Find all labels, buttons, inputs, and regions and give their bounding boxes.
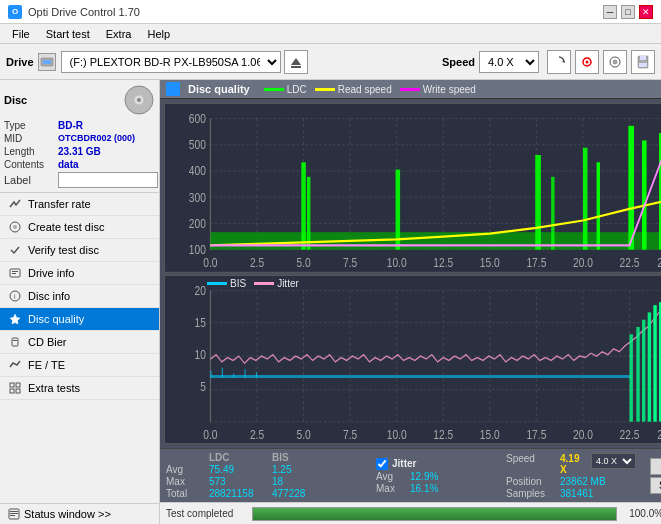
disc-title: Disc — [4, 94, 27, 106]
svg-text:300: 300 — [189, 189, 206, 203]
drive-label: Drive — [6, 56, 34, 68]
svg-text:10: 10 — [195, 346, 207, 360]
extra-tests-icon — [8, 381, 22, 395]
svg-text:12.5: 12.5 — [433, 426, 453, 440]
eject-button[interactable] — [284, 50, 308, 74]
legend-jitter-color — [254, 282, 274, 285]
disc-header: Disc — [4, 84, 155, 116]
svg-text:5: 5 — [200, 378, 206, 392]
svg-text:20.0: 20.0 — [573, 426, 593, 440]
svg-text:20: 20 — [195, 282, 207, 296]
legend-bis-color — [207, 282, 227, 285]
svg-text:400: 400 — [189, 163, 206, 177]
drive-icon — [38, 53, 56, 71]
close-button[interactable]: ✕ — [639, 5, 653, 19]
svg-rect-127 — [210, 370, 211, 377]
svg-rect-10 — [640, 56, 646, 60]
status-window-button[interactable]: Status window >> — [0, 503, 159, 524]
svg-rect-133 — [636, 326, 639, 421]
start-part-button[interactable]: Start part — [650, 477, 661, 494]
progress-fill — [253, 508, 616, 520]
menu-extra[interactable]: Extra — [98, 26, 140, 42]
menu-help[interactable]: Help — [139, 26, 178, 42]
chart-header: Disc quality LDC Read speed Write speed — [160, 80, 661, 99]
svg-rect-25 — [10, 383, 14, 387]
jitter-max-row: Max 16.1% — [376, 483, 496, 494]
legend-write-speed-color — [400, 88, 420, 91]
sidebar-item-extra-tests[interactable]: Extra tests — [0, 377, 159, 400]
sidebar-item-transfer-rate[interactable]: Transfer rate — [0, 193, 159, 216]
sidebar-item-create-test-disc[interactable]: Create test disc — [0, 216, 159, 239]
svg-text:15.0: 15.0 — [480, 426, 500, 440]
speed-label: Speed — [442, 56, 475, 68]
svg-rect-77 — [210, 232, 661, 249]
save-button[interactable] — [631, 50, 655, 74]
svg-text:25.0 GB: 25.0 GB — [657, 255, 661, 269]
svg-rect-28 — [16, 389, 20, 393]
sidebar-item-cd-bier[interactable]: CD Bier — [0, 331, 159, 354]
titlebar-controls[interactable]: ─ □ ✕ — [603, 5, 653, 19]
maximize-button[interactable]: □ — [621, 5, 635, 19]
sidebar-item-verify-test-disc[interactable]: Verify test disc — [0, 239, 159, 262]
disc-type-row: Type BD-R — [4, 120, 155, 131]
svg-rect-18 — [12, 271, 18, 272]
content-area: Disc quality LDC Read speed Write speed — [160, 80, 661, 524]
legend-read-speed-color — [315, 88, 335, 91]
svg-text:500: 500 — [189, 137, 206, 151]
media-button[interactable] — [603, 50, 627, 74]
menubar: File Start test Extra Help — [0, 24, 661, 44]
svg-marker-22 — [10, 314, 20, 324]
svg-rect-86 — [642, 140, 647, 249]
jitter-checkbox[interactable] — [376, 458, 388, 470]
create-test-disc-icon — [8, 220, 22, 234]
svg-rect-132 — [630, 334, 633, 421]
bottom-chart-legend: BIS Jitter — [207, 278, 299, 289]
settings-button[interactable] — [575, 50, 599, 74]
nav-items: Transfer rate Create test disc Verify te… — [0, 193, 159, 503]
svg-text:7.5: 7.5 — [343, 426, 358, 440]
progress-percent: 100.0% — [623, 508, 661, 519]
verify-test-disc-icon — [8, 243, 22, 257]
svg-text:25.0 GB: 25.0 GB — [657, 426, 661, 440]
svg-text:2.5: 2.5 — [250, 255, 265, 269]
cd-bier-icon — [8, 335, 22, 349]
drive-dropdown[interactable]: (F:) PLEXTOR BD-R PX-LB950SA 1.06 — [61, 51, 281, 73]
sidebar-item-drive-info[interactable]: Drive info — [0, 262, 159, 285]
stats-max-row: Max 573 18 — [166, 476, 366, 487]
svg-rect-131 — [256, 372, 257, 378]
svg-rect-19 — [12, 273, 16, 274]
svg-marker-2 — [291, 58, 301, 65]
menu-file[interactable]: File — [4, 26, 38, 42]
speed-inline-select[interactable]: 4.0 X — [591, 453, 636, 469]
svg-text:5.0: 5.0 — [296, 426, 311, 440]
titlebar-left: O Opti Drive Control 1.70 — [8, 5, 140, 19]
svg-point-16 — [13, 225, 17, 229]
sidebar-item-fe-te[interactable]: FE / TE — [0, 354, 159, 377]
svg-rect-23 — [12, 338, 18, 346]
svg-point-14 — [137, 98, 141, 102]
status-text: Test completed — [166, 508, 246, 519]
svg-rect-32 — [10, 515, 15, 516]
sidebar: Disc Type BD-R MID OTCBDR002 (000) Leng — [0, 80, 160, 524]
start-full-button[interactable]: Start full — [650, 458, 661, 475]
svg-text:i: i — [14, 293, 16, 300]
disc-label-row: Label ✏ — [4, 172, 155, 188]
sidebar-item-disc-quality[interactable]: Disc quality — [0, 308, 159, 331]
minimize-button[interactable]: ─ — [603, 5, 617, 19]
svg-text:20.0: 20.0 — [573, 255, 593, 269]
speed-dropdown[interactable]: 4.0 X — [479, 51, 539, 73]
svg-rect-30 — [10, 511, 18, 512]
disc-mid-row: MID OTCBDR002 (000) — [4, 133, 155, 144]
svg-point-8 — [613, 60, 617, 64]
svg-rect-80 — [396, 170, 401, 250]
position-row: Position 23862 MB — [506, 476, 636, 487]
refresh-button[interactable] — [547, 50, 571, 74]
svg-rect-129 — [233, 373, 234, 377]
sidebar-item-disc-info[interactable]: i Disc info — [0, 285, 159, 308]
svg-rect-136 — [653, 305, 656, 422]
menu-start-test[interactable]: Start test — [38, 26, 98, 42]
disc-label-input[interactable] — [58, 172, 158, 188]
svg-rect-1 — [43, 60, 51, 64]
svg-rect-85 — [628, 126, 634, 250]
svg-text:0.0: 0.0 — [203, 426, 218, 440]
